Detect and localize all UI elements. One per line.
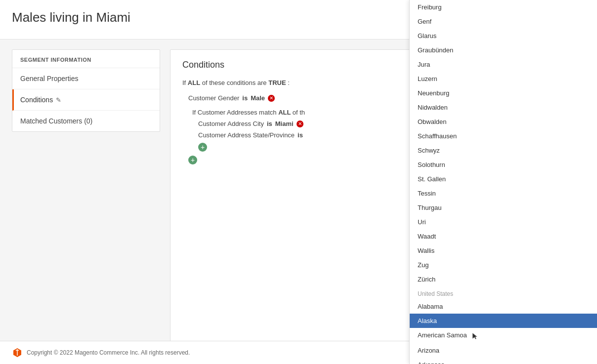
sidebar-item-conditions[interactable]: Conditions ✎ [12, 89, 160, 111]
condition-operator-city: is [267, 120, 272, 127]
cursor-icon [470, 332, 478, 340]
condition-value-gender: Male [251, 94, 265, 102]
dropdown-item-obwalden[interactable]: Obwalden [410, 115, 597, 129]
dropdown-list: Freiburg Genf Glarus Graubünden Jura Luz… [410, 0, 597, 364]
dropdown-item-thurgau[interactable]: Thurgau [410, 201, 597, 215]
dropdown-item-zug[interactable]: Zug [410, 258, 597, 272]
condition-operator-gender: is [242, 94, 248, 102]
nested-if-text: If Customer Addresses match [192, 109, 277, 116]
dropdown-item-wallis[interactable]: Wallis [410, 243, 597, 258]
conditions-title: Conditions [182, 60, 415, 70]
nested-of-text: of th [293, 109, 305, 116]
colon: : [288, 79, 290, 86]
condition-statement: If ALL of these conditions are TRUE : [182, 79, 415, 86]
dropdown-item-neuenburg[interactable]: Neuenburg [410, 86, 597, 100]
sidebar-item-label: General Properties [20, 75, 79, 82]
condition-field-gender: Customer Gender [188, 94, 239, 102]
condition-field-state: Customer Address State/Province [198, 131, 295, 139]
true-keyword: TRUE [268, 79, 286, 86]
dropdown-item-alaska[interactable]: Alaska [410, 314, 597, 328]
sidebar-item-general-properties[interactable]: General Properties [12, 68, 160, 89]
dropdown-item-uri[interactable]: Uri [410, 215, 597, 229]
condition-row-gender: Customer Gender is Male ✕ [182, 92, 415, 104]
conditions-panel: Conditions If ALL of these conditions ar… [170, 49, 427, 354]
dropdown-overlay[interactable]: Freiburg Genf Glarus Graubünden Jura Luz… [409, 0, 597, 364]
dropdown-item-luzern[interactable]: Luzern [410, 72, 597, 86]
footer-text: Copyright © 2022 Magento Commerce Inc. A… [27, 349, 190, 356]
nested-header: If Customer Addresses match ALL of th [192, 107, 415, 118]
dropdown-item-arkansas[interactable]: Arkansas [410, 358, 597, 364]
dropdown-item-st-gallen[interactable]: St. Gallen [410, 172, 597, 186]
dropdown-item-jura[interactable]: Jura [410, 57, 597, 72]
dropdown-item-alabama[interactable]: Alabama [410, 299, 597, 314]
sidebar-item-matched-customers[interactable]: Matched Customers (0) [12, 111, 160, 131]
edit-icon[interactable]: ✎ [56, 96, 61, 104]
nested-all-keyword: ALL [278, 109, 293, 116]
dropdown-item-arizona[interactable]: Arizona [410, 343, 597, 358]
condition-row-state: Customer Address State/Province is [192, 129, 415, 141]
all-keyword: ALL [188, 79, 200, 86]
of-conditions-text: of these conditions are [202, 79, 267, 86]
dropdown-item-schaffhausen[interactable]: Schaffhausen [410, 129, 597, 143]
if-text: If [182, 79, 186, 86]
condition-value-city: Miami [275, 120, 294, 127]
sidebar-item-label: Matched Customers (0) [20, 117, 92, 125]
add-condition-button-2[interactable]: + [188, 156, 197, 164]
dropdown-item-solothurn[interactable]: Solothurn [410, 158, 597, 172]
magento-logo [12, 347, 23, 358]
sidebar-item-label: Conditions [20, 96, 53, 104]
dropdown-item-zuerich[interactable]: Zürich [410, 272, 597, 286]
dropdown-item-waadt[interactable]: Waadt [410, 229, 597, 243]
sidebar-section-title: SEGMENT INFORMATION [12, 50, 160, 68]
condition-row-city: Customer Address City is Miami ✕ [192, 118, 415, 129]
dropdown-item-tessin[interactable]: Tessin [410, 186, 597, 201]
nested-conditions-block: If Customer Addresses match ALL of th Cu… [182, 107, 415, 154]
sidebar-panel: SEGMENT INFORMATION General Properties C… [12, 49, 160, 132]
condition-operator-state: is [298, 131, 303, 139]
dropdown-item-graubuenden[interactable]: Graubünden [410, 43, 597, 57]
dropdown-item-schwyz[interactable]: Schwyz [410, 143, 597, 158]
main-content: Males living in Miami SEGMENT INFORMATIO… [0, 0, 597, 364]
sidebar: SEGMENT INFORMATION General Properties C… [12, 49, 160, 354]
dropdown-item-american-samoa[interactable]: American Samoa [410, 328, 597, 343]
add-condition-button-1[interactable]: + [198, 143, 207, 152]
condition-field-city: Customer Address City [198, 120, 264, 127]
dropdown-item-glarus[interactable]: Glarus [410, 29, 597, 43]
remove-city-button[interactable]: ✕ [297, 121, 303, 127]
remove-gender-button[interactable]: ✕ [268, 95, 275, 102]
dropdown-group-us: United States [410, 286, 597, 299]
dropdown-item-freiburg[interactable]: Freiburg [410, 0, 597, 14]
dropdown-item-nidwalden[interactable]: Nidwalden [410, 100, 597, 115]
dropdown-item-genf[interactable]: Genf [410, 14, 597, 29]
